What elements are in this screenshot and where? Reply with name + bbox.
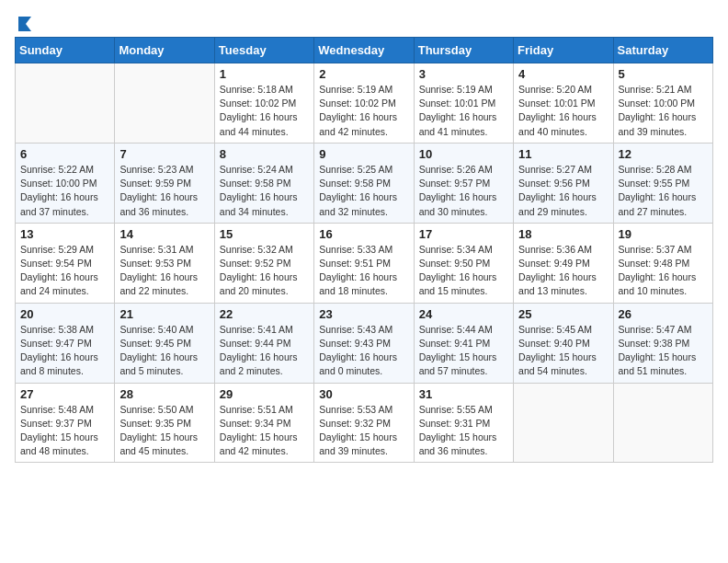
day-number: 3 [419,67,508,81]
calendar-day-cell: 15Sunrise: 5:32 AM Sunset: 9:52 PM Dayli… [214,223,313,303]
day-number: 5 [619,67,708,81]
day-info: Sunrise: 5:32 AM Sunset: 9:52 PM Dayligh… [220,243,309,299]
day-info: Sunrise: 5:27 AM Sunset: 9:56 PM Dayligh… [518,163,608,219]
calendar-table: SundayMondayTuesdayWednesdayThursdayFrid… [15,37,713,463]
calendar-day-cell: 31Sunrise: 5:55 AM Sunset: 9:31 PM Dayli… [414,383,513,463]
day-info: Sunrise: 5:19 AM Sunset: 10:01 PM Daylig… [419,83,508,139]
day-info: Sunrise: 5:25 AM Sunset: 9:58 PM Dayligh… [319,163,408,219]
calendar-day-cell: 30Sunrise: 5:53 AM Sunset: 9:32 PM Dayli… [314,383,414,463]
day-number: 23 [319,307,408,321]
day-number: 17 [419,227,508,241]
day-info: Sunrise: 5:47 AM Sunset: 9:38 PM Dayligh… [619,323,708,379]
calendar-day-cell: 19Sunrise: 5:37 AM Sunset: 9:48 PM Dayli… [613,223,712,303]
day-info: Sunrise: 5:33 AM Sunset: 9:51 PM Dayligh… [319,243,408,299]
calendar-day-cell: 1Sunrise: 5:18 AM Sunset: 10:02 PM Dayli… [214,63,313,144]
day-number: 29 [220,387,309,401]
calendar-day-cell: 17Sunrise: 5:34 AM Sunset: 9:50 PM Dayli… [414,223,513,303]
day-info: Sunrise: 5:26 AM Sunset: 9:57 PM Dayligh… [419,163,508,219]
calendar-day-cell: 28Sunrise: 5:50 AM Sunset: 9:35 PM Dayli… [115,383,214,463]
day-info: Sunrise: 5:45 AM Sunset: 9:40 PM Dayligh… [518,323,608,379]
calendar-header-sunday: Sunday [16,38,115,63]
calendar-day-cell: 13Sunrise: 5:29 AM Sunset: 9:54 PM Dayli… [16,223,115,303]
day-number: 11 [518,147,608,161]
calendar-header-row: SundayMondayTuesdayWednesdayThursdayFrid… [16,38,713,63]
calendar-header-tuesday: Tuesday [214,38,313,63]
calendar-day-cell: 29Sunrise: 5:51 AM Sunset: 9:34 PM Dayli… [214,383,313,463]
calendar-day-cell [514,383,613,463]
calendar-day-cell: 21Sunrise: 5:40 AM Sunset: 9:45 PM Dayli… [115,303,214,383]
day-number: 30 [319,387,408,401]
calendar-day-cell: 18Sunrise: 5:36 AM Sunset: 9:49 PM Dayli… [514,223,613,303]
calendar-day-cell: 11Sunrise: 5:27 AM Sunset: 9:56 PM Dayli… [514,143,613,223]
day-number: 10 [419,147,508,161]
logo [15,15,33,28]
calendar-day-cell [115,63,214,144]
day-info: Sunrise: 5:20 AM Sunset: 10:01 PM Daylig… [518,83,608,139]
day-number: 14 [119,227,209,241]
calendar-week-row: 20Sunrise: 5:38 AM Sunset: 9:47 PM Dayli… [16,303,713,383]
calendar-day-cell [16,63,115,144]
day-info: Sunrise: 5:36 AM Sunset: 9:49 PM Dayligh… [518,243,608,299]
day-info: Sunrise: 5:37 AM Sunset: 9:48 PM Dayligh… [619,243,708,299]
day-number: 26 [619,307,708,321]
day-info: Sunrise: 5:43 AM Sunset: 9:43 PM Dayligh… [319,323,408,379]
day-info: Sunrise: 5:53 AM Sunset: 9:32 PM Dayligh… [319,403,408,459]
day-number: 12 [619,147,708,161]
logo-flag-icon [17,15,33,31]
day-info: Sunrise: 5:34 AM Sunset: 9:50 PM Dayligh… [419,243,508,299]
calendar-day-cell: 8Sunrise: 5:24 AM Sunset: 9:58 PM Daylig… [214,143,313,223]
day-number: 9 [319,147,408,161]
calendar-day-cell: 6Sunrise: 5:22 AM Sunset: 10:00 PM Dayli… [16,143,115,223]
day-info: Sunrise: 5:48 AM Sunset: 9:37 PM Dayligh… [20,403,109,459]
day-info: Sunrise: 5:28 AM Sunset: 9:55 PM Dayligh… [619,163,708,219]
day-number: 31 [419,387,508,401]
calendar-day-cell: 14Sunrise: 5:31 AM Sunset: 9:53 PM Dayli… [115,223,214,303]
day-number: 20 [20,307,109,321]
day-info: Sunrise: 5:40 AM Sunset: 9:45 PM Dayligh… [119,323,209,379]
svg-marker-0 [18,17,31,31]
calendar-day-cell [613,383,712,463]
day-number: 22 [220,307,309,321]
day-info: Sunrise: 5:29 AM Sunset: 9:54 PM Dayligh… [20,243,109,299]
day-info: Sunrise: 5:41 AM Sunset: 9:44 PM Dayligh… [220,323,309,379]
day-info: Sunrise: 5:23 AM Sunset: 9:59 PM Dayligh… [119,163,209,219]
day-number: 2 [319,67,408,81]
day-number: 27 [20,387,109,401]
day-number: 15 [220,227,309,241]
calendar-week-row: 6Sunrise: 5:22 AM Sunset: 10:00 PM Dayli… [16,143,713,223]
page-header [15,15,713,28]
day-number: 6 [20,147,109,161]
calendar-week-row: 27Sunrise: 5:48 AM Sunset: 9:37 PM Dayli… [16,383,713,463]
calendar-day-cell: 27Sunrise: 5:48 AM Sunset: 9:37 PM Dayli… [16,383,115,463]
day-number: 4 [518,67,608,81]
calendar-day-cell: 12Sunrise: 5:28 AM Sunset: 9:55 PM Dayli… [613,143,712,223]
calendar-day-cell: 7Sunrise: 5:23 AM Sunset: 9:59 PM Daylig… [115,143,214,223]
calendar-week-row: 1Sunrise: 5:18 AM Sunset: 10:02 PM Dayli… [16,63,713,144]
calendar-day-cell: 9Sunrise: 5:25 AM Sunset: 9:58 PM Daylig… [314,143,414,223]
day-info: Sunrise: 5:55 AM Sunset: 9:31 PM Dayligh… [419,403,508,459]
day-info: Sunrise: 5:19 AM Sunset: 10:02 PM Daylig… [319,83,408,139]
calendar-day-cell: 4Sunrise: 5:20 AM Sunset: 10:01 PM Dayli… [514,63,613,144]
calendar-week-row: 13Sunrise: 5:29 AM Sunset: 9:54 PM Dayli… [16,223,713,303]
day-number: 1 [220,67,309,81]
day-number: 7 [119,147,209,161]
calendar-day-cell: 23Sunrise: 5:43 AM Sunset: 9:43 PM Dayli… [314,303,414,383]
calendar-day-cell: 24Sunrise: 5:44 AM Sunset: 9:41 PM Dayli… [414,303,513,383]
day-number: 19 [619,227,708,241]
calendar-day-cell: 25Sunrise: 5:45 AM Sunset: 9:40 PM Dayli… [514,303,613,383]
day-number: 18 [518,227,608,241]
calendar-day-cell: 20Sunrise: 5:38 AM Sunset: 9:47 PM Dayli… [16,303,115,383]
day-info: Sunrise: 5:44 AM Sunset: 9:41 PM Dayligh… [419,323,508,379]
day-number: 24 [419,307,508,321]
day-number: 16 [319,227,408,241]
day-number: 21 [119,307,209,321]
day-number: 28 [119,387,209,401]
calendar-day-cell: 26Sunrise: 5:47 AM Sunset: 9:38 PM Dayli… [613,303,712,383]
calendar-header-saturday: Saturday [613,38,712,63]
day-number: 13 [20,227,109,241]
calendar-header-monday: Monday [115,38,214,63]
day-info: Sunrise: 5:21 AM Sunset: 10:00 PM Daylig… [619,83,708,139]
day-info: Sunrise: 5:24 AM Sunset: 9:58 PM Dayligh… [220,163,309,219]
day-info: Sunrise: 5:22 AM Sunset: 10:00 PM Daylig… [20,163,109,219]
calendar-day-cell: 2Sunrise: 5:19 AM Sunset: 10:02 PM Dayli… [314,63,414,144]
